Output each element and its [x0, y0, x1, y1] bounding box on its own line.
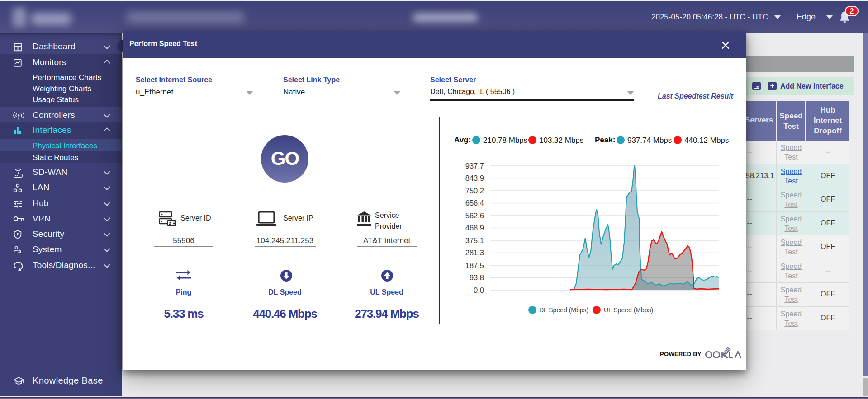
svg-text:656.4: 656.4 — [465, 199, 484, 207]
svg-text:937.7: 937.7 — [465, 162, 484, 170]
svg-text:562.6: 562.6 — [465, 211, 484, 220]
svg-text:93.8: 93.8 — [470, 273, 484, 282]
svg-text:468.9: 468.9 — [465, 224, 484, 232]
svg-text:843.9: 843.9 — [465, 174, 484, 182]
svg-text:375.1: 375.1 — [465, 236, 484, 244]
svg-text:0.0: 0.0 — [474, 286, 484, 294]
svg-text:187.5: 187.5 — [465, 261, 484, 269]
svg-text:750.2: 750.2 — [465, 187, 484, 195]
svg-text:281.3: 281.3 — [465, 249, 484, 257]
